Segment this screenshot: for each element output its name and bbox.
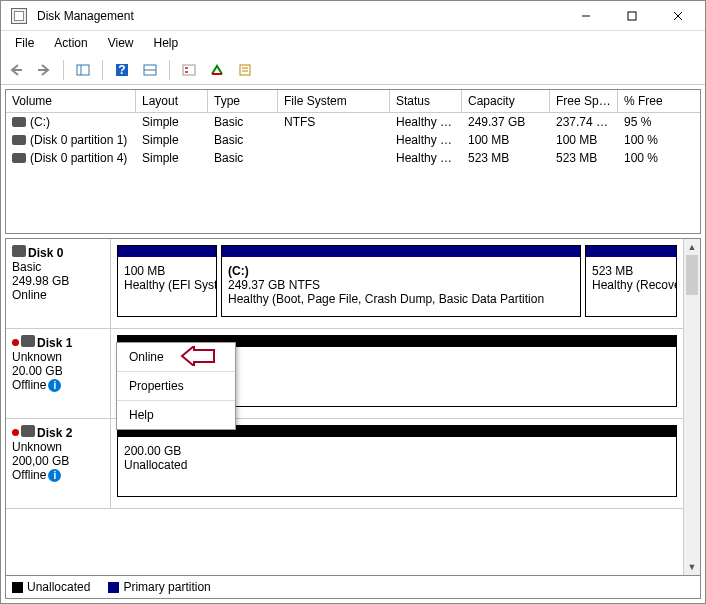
partition-size: 200.00 GB [124,444,670,458]
scroll-up-icon[interactable]: ▲ [684,239,700,255]
volume-status: Healthy (E... [390,131,462,149]
partition-size: 249.37 GB NTFS [228,278,574,292]
partition-status: Unallocated [124,458,670,472]
partition-block[interactable]: 100 MB Healthy (EFI System [117,245,217,317]
view-bottom-button[interactable] [206,59,228,81]
svg-rect-13 [185,67,188,69]
partition-block[interactable]: 200.00 GB Unallocated [117,425,677,497]
col-filesystem[interactable]: File System [278,90,390,112]
volume-name: (C:) [6,113,136,131]
annotation-arrow-icon [180,346,216,369]
info-icon[interactable]: i [48,379,61,392]
toolbar-separator [169,60,170,80]
legend-swatch-black [12,582,23,593]
col-type[interactable]: Type [208,90,278,112]
volume-pct: 100 % [618,149,682,167]
context-menu: Online Properties Help [116,342,236,430]
disk-type: Unknown [12,440,104,454]
minimize-button[interactable] [563,1,609,30]
disk-type: Unknown [12,350,104,364]
partition-status: Healthy (EFI System [124,278,210,292]
ctx-properties[interactable]: Properties [117,372,235,400]
error-overlay-icon [12,339,19,346]
volume-capacity: 249.37 GB [462,113,550,131]
col-capacity[interactable]: Capacity [462,90,550,112]
info-icon[interactable]: i [48,469,61,482]
scroll-down-icon[interactable]: ▼ [684,559,700,575]
menu-view[interactable]: View [98,33,144,53]
help-button[interactable]: ? [111,59,133,81]
back-button[interactable] [5,59,27,81]
disk-name: Disk 2 [37,426,72,440]
volume-pct: 100 % [618,131,682,149]
partition-size: 523 MB [592,264,670,278]
volume-row[interactable]: (Disk 0 partition 1) Simple Basic Health… [6,131,700,149]
view-properties-button[interactable] [234,59,256,81]
svg-rect-6 [77,65,89,75]
volume-capacity: 523 MB [462,149,550,167]
partition-header-primary [585,245,677,257]
disk-size: 249.98 GB [12,274,104,288]
disk-row[interactable]: Disk 0 Basic 249.98 GB Online 100 MB Hea… [6,239,683,329]
app-icon [11,8,27,24]
svg-rect-12 [183,65,195,75]
volume-row[interactable]: (C:) Simple Basic NTFS Healthy (B... 249… [6,113,700,131]
close-button[interactable] [655,1,701,30]
volume-status: Healthy (B... [390,113,462,131]
menu-help[interactable]: Help [144,33,189,53]
volume-type: Basic [208,131,278,149]
partition-block[interactable]: (C:) 249.37 GB NTFS Healthy (Boot, Page … [221,245,581,317]
partition-title: (C:) [228,264,574,278]
disk-status: Offline [12,468,46,482]
partition-block[interactable]: 523 MB Healthy (Recovery Partition [585,245,677,317]
svg-rect-14 [185,71,188,73]
volume-fs [278,149,390,167]
volume-free: 523 MB [550,149,618,167]
svg-text:?: ? [118,63,125,77]
col-layout[interactable]: Layout [136,90,208,112]
scrollbar-thumb[interactable] [686,255,698,295]
disk-name: Disk 1 [37,336,72,350]
svg-rect-16 [240,65,250,75]
volume-name: (Disk 0 partition 1) [6,131,136,149]
ctx-help[interactable]: Help [117,401,235,429]
disk-size: 200,00 GB [12,454,104,468]
volume-capacity: 100 MB [462,131,550,149]
maximize-button[interactable] [609,1,655,30]
disk-row[interactable]: Disk 1 Unknown 20.00 GB Offlinei Online … [6,329,683,419]
menu-action[interactable]: Action [44,33,97,53]
volume-free: 237.74 GB [550,113,618,131]
show-hide-tree-button[interactable] [72,59,94,81]
volume-layout: Simple [136,149,208,167]
volume-fs [278,131,390,149]
volume-status: Healthy (R... [390,149,462,167]
disk-icon [21,335,35,347]
volume-type: Basic [208,113,278,131]
scrollbar-vertical[interactable]: ▲ ▼ [683,239,700,575]
partition-status: Healthy (Recovery Partition [592,278,670,292]
legend-unallocated: Unallocated [12,580,90,594]
volume-row[interactable]: (Disk 0 partition 4) Simple Basic Health… [6,149,700,167]
disk-row[interactable]: Disk 2 Unknown 200,00 GB Offlinei 200.00… [6,419,683,509]
col-pct-free[interactable]: % Free [618,90,682,112]
disk-icon [12,245,26,257]
toolbar-separator [63,60,64,80]
col-volume[interactable]: Volume [6,90,136,112]
partition-size: 100 MB [124,264,210,278]
partition-status: Healthy (Boot, Page File, Crash Dump, Ba… [228,292,574,306]
partition-header-primary [221,245,581,257]
legend-primary: Primary partition [108,580,210,594]
view-top-button[interactable] [178,59,200,81]
disk-name: Disk 0 [28,246,63,260]
disk-status: Online [12,288,104,302]
error-overlay-icon [12,429,19,436]
col-status[interactable]: Status [390,90,462,112]
forward-button[interactable] [33,59,55,81]
ctx-online[interactable]: Online [117,343,235,371]
disk-type: Basic [12,260,104,274]
volume-layout: Simple [136,113,208,131]
legend-swatch-navy [108,582,119,593]
menu-file[interactable]: File [5,33,44,53]
col-free-space[interactable]: Free Spa... [550,90,618,112]
settings-button[interactable] [139,59,161,81]
